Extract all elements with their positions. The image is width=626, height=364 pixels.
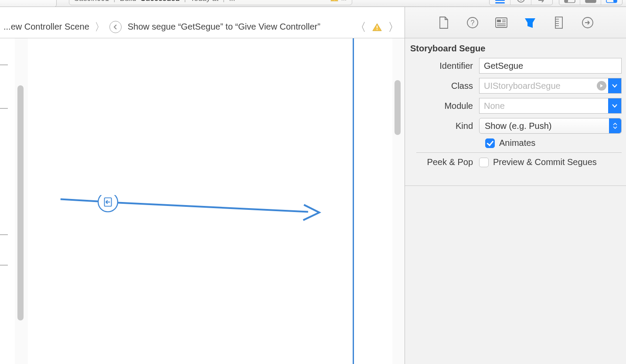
animates-label: Animates	[499, 138, 535, 148]
activity-status-bar[interactable]: CaoJin001 | Build Succeeded | Today at |…	[69, 0, 352, 5]
status-time2: ...	[229, 0, 235, 3]
segue-attributes-form: Identifier Class UIStoryboardSegue	[405, 58, 626, 178]
class-placeholder: UIStoryboardSegue	[484, 81, 561, 91]
module-combobox[interactable]: None	[479, 98, 622, 114]
storyboard-canvas[interactable]	[0, 38, 405, 364]
svg-rect-7	[585, 0, 596, 3]
kind-popup[interactable]: Show (e.g. Push)	[479, 118, 622, 134]
debug-panel-icon	[585, 0, 596, 3]
kind-popup-arrows	[609, 118, 621, 133]
svg-rect-24	[555, 17, 562, 28]
attributes-icon	[523, 16, 537, 30]
jump-bar-right: 〈 〉	[353, 16, 401, 38]
identifier-label: Identifier	[409, 61, 479, 71]
utilities-inspector: ? Storyboard Segue Identifier Class UISt…	[405, 7, 626, 364]
outline-scroll-thumb[interactable]	[17, 85, 24, 320]
svg-rect-5	[565, 0, 568, 3]
help-icon: ?	[466, 16, 479, 29]
standard-editor-icon	[495, 0, 505, 3]
svg-rect-11	[377, 29, 378, 30]
row-module: Module None	[409, 98, 622, 114]
panel-visibility-segment	[559, 0, 623, 5]
class-navigate-icon[interactable]	[597, 81, 606, 91]
svg-rect-19	[497, 20, 501, 22]
xcode-toolbar: CaoJin001 | Build Succeeded | Today at |…	[0, 0, 626, 7]
svg-rect-1	[334, 0, 335, 0]
version-editor-button[interactable]	[531, 0, 552, 5]
navigator-panel-icon	[564, 0, 575, 3]
file-inspector-tab[interactable]	[436, 15, 451, 30]
section-title: Storyboard Segue	[405, 38, 626, 58]
jump-crumb-segue[interactable]: Show segue “GetSegue” to “Give View Cont…	[124, 22, 324, 32]
standard-editor-button[interactable]	[490, 0, 510, 5]
class-dropdown-button[interactable]	[608, 78, 621, 93]
size-inspector-tab[interactable]	[551, 15, 566, 30]
module-dropdown-button[interactable]	[608, 98, 621, 113]
jump-bar[interactable]: ...ew Controller Scene 〉 Show segue “Get…	[0, 16, 405, 38]
identity-inspector-tab[interactable]	[494, 15, 509, 30]
utilities-panel-icon	[606, 0, 617, 3]
editor-mode-segment	[489, 0, 553, 5]
jump-previous-button[interactable]: 〈	[353, 20, 368, 35]
class-combobox[interactable]: UIStoryboardSegue	[479, 78, 622, 94]
peek-pop-label: Peek & Pop	[409, 157, 479, 167]
svg-text:?: ?	[470, 19, 474, 27]
toggle-navigator-button[interactable]	[559, 0, 580, 5]
row-class: Class UIStoryboardSegue	[409, 78, 622, 94]
connections-inspector-tab[interactable]	[580, 15, 595, 30]
status-sep-2: |	[184, 0, 186, 3]
scheme-device-popup[interactable]	[0, 0, 57, 7]
warning-icon[interactable]	[372, 23, 382, 31]
status-project: CaoJin001	[74, 0, 109, 3]
inspector-empty-area	[405, 185, 626, 364]
ruler-icon	[554, 16, 564, 29]
assistant-editor-icon	[516, 0, 526, 4]
svg-rect-10	[377, 25, 378, 28]
back-history-icon[interactable]	[109, 21, 122, 33]
toolbar-right-cluster	[489, 0, 623, 5]
status-build-word: Build	[120, 0, 136, 3]
attributes-inspector-tab[interactable]	[523, 15, 538, 30]
module-placeholder: None	[484, 101, 505, 111]
identifier-input[interactable]	[479, 58, 622, 74]
canvas-scroll-thumb[interactable]	[395, 80, 401, 135]
status-time: Today at	[191, 0, 218, 3]
row-animates: Animates	[409, 138, 622, 148]
section-divider	[416, 152, 622, 153]
status-build-result: Succeeded	[141, 0, 180, 3]
status-warning-badge[interactable]: ...	[330, 0, 347, 2]
svg-rect-9	[613, 0, 617, 3]
destination-view-frame[interactable]	[28, 38, 354, 364]
kind-label: Kind	[409, 121, 479, 131]
status-warning-count: ...	[341, 0, 347, 2]
assistant-editor-button[interactable]	[510, 0, 531, 5]
canvas-left-edge	[0, 38, 10, 364]
status-sep-3: |	[223, 0, 225, 3]
status-sep-1: |	[113, 0, 115, 3]
animates-checkbox[interactable]	[485, 138, 495, 148]
identity-icon	[495, 17, 508, 28]
jump-crumb-scene[interactable]: ...ew Controller Scene	[0, 22, 93, 32]
toggle-utilities-button[interactable]	[601, 0, 622, 5]
chevron-right-icon: 〉	[93, 20, 107, 34]
file-icon	[438, 16, 449, 29]
peek-pop-checkbox-label: Preview & Commit Segues	[493, 157, 597, 167]
version-editor-icon	[537, 0, 547, 3]
kind-value: Show (e.g. Push)	[485, 121, 551, 131]
row-peek-pop: Peek & Pop Preview & Commit Segues	[409, 157, 622, 167]
row-kind: Kind Show (e.g. Push)	[409, 118, 622, 134]
module-label: Module	[409, 101, 479, 111]
toggle-debug-button[interactable]	[580, 0, 601, 5]
jump-next-button[interactable]: 〉	[386, 20, 401, 35]
inspector-tab-bar: ?	[405, 7, 626, 38]
peek-pop-checkbox[interactable]	[479, 158, 489, 167]
row-identifier: Identifier	[409, 58, 622, 74]
quick-help-tab[interactable]: ?	[465, 15, 480, 30]
connections-icon	[581, 16, 594, 29]
class-label: Class	[409, 81, 479, 91]
warning-icon	[330, 0, 338, 1]
